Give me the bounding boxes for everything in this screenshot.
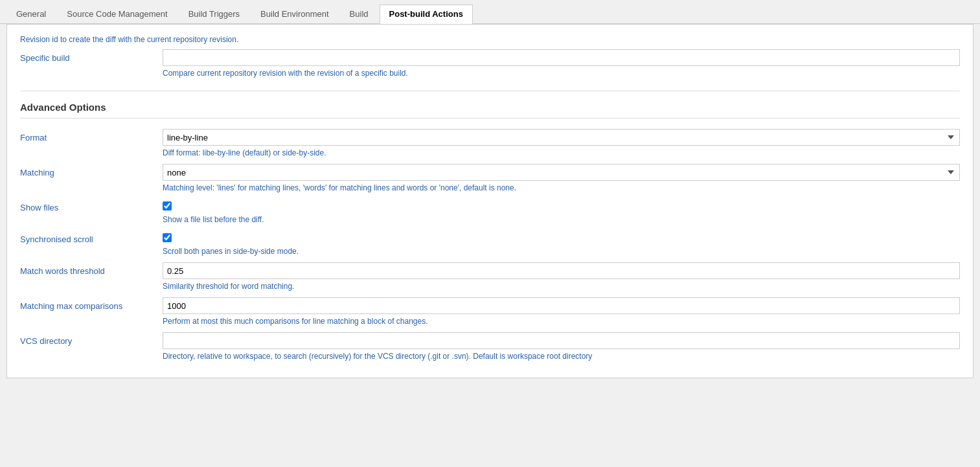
- format-row: Format line-by-line side-by-side Diff fo…: [20, 129, 960, 157]
- matching-max-row: Matching max comparisons Perform at most…: [20, 297, 960, 326]
- matching-select[interactable]: none lines words: [163, 164, 960, 181]
- matching-row: Matching none lines words Matching level…: [20, 164, 960, 192]
- format-label: Format: [20, 129, 163, 142]
- specific-build-hint: Compare current repository revision with…: [163, 69, 960, 78]
- specific-build-field: Compare current repository revision with…: [163, 49, 960, 78]
- match-words-input[interactable]: [163, 262, 960, 279]
- format-hint: Diff format: libe-by-line (default) or s…: [163, 148, 960, 157]
- tab-build-environment[interactable]: Build Environment: [251, 5, 339, 24]
- tab-bar: General Source Code Management Build Tri…: [0, 0, 980, 24]
- matching-field: none lines words Matching level: 'lines'…: [163, 164, 960, 192]
- matching-label: Matching: [20, 164, 163, 177]
- vcs-directory-label: VCS directory: [20, 332, 163, 346]
- show-files-field: Show a file list before the diff.: [163, 199, 960, 224]
- vcs-directory-field: Directory, relative to workspace, to sea…: [163, 332, 960, 361]
- format-field: line-by-line side-by-side Diff format: l…: [163, 129, 960, 157]
- matching-max-hint: Perform at most this much comparisons fo…: [163, 317, 960, 326]
- matching-hint: Matching level: 'lines' for matching lin…: [163, 183, 960, 192]
- match-words-label: Match words threshold: [20, 262, 163, 276]
- divider: [20, 91, 960, 91]
- show-files-label: Show files: [20, 199, 163, 212]
- sync-scroll-hint: Scroll both panes in side-by-side mode.: [163, 247, 960, 256]
- sync-scroll-field: Scroll both panes in side-by-side mode.: [163, 231, 960, 256]
- match-words-row: Match words threshold Similarity thresho…: [20, 262, 960, 291]
- matching-max-label: Matching max comparisons: [20, 297, 163, 311]
- tab-build-triggers[interactable]: Build Triggers: [179, 5, 249, 24]
- show-files-hint: Show a file list before the diff.: [163, 215, 960, 224]
- match-words-hint: Similarity threshold for word matching.: [163, 282, 960, 291]
- content-area: Revision id to create the diff with the …: [6, 24, 974, 378]
- format-select[interactable]: line-by-line side-by-side: [163, 129, 960, 146]
- show-files-row: Show files Show a file list before the d…: [20, 199, 960, 224]
- tab-source-code[interactable]: Source Code Management: [57, 5, 177, 24]
- sync-scroll-row: Synchronised scroll Scroll both panes in…: [20, 231, 960, 256]
- specific-build-row: Specific build Compare current repositor…: [20, 49, 960, 78]
- vcs-directory-row: VCS directory Directory, relative to wor…: [20, 332, 960, 361]
- vcs-directory-hint: Directory, relative to workspace, to sea…: [163, 352, 960, 361]
- matching-max-input[interactable]: [163, 297, 960, 314]
- matching-max-field: Perform at most this much comparisons fo…: [163, 297, 960, 326]
- specific-build-label: Specific build: [20, 49, 163, 63]
- revision-hint: Revision id to create the diff with the …: [20, 35, 960, 44]
- specific-build-input[interactable]: [163, 49, 960, 66]
- vcs-directory-input[interactable]: [163, 332, 960, 349]
- tab-build[interactable]: Build: [340, 5, 378, 24]
- advanced-options-header: Advanced Options: [20, 102, 960, 119]
- sync-scroll-label: Synchronised scroll: [20, 231, 163, 244]
- specific-build-section: Revision id to create the diff with the …: [20, 35, 960, 78]
- tab-general[interactable]: General: [6, 5, 56, 24]
- tab-post-build[interactable]: Post-build Actions: [380, 5, 473, 24]
- match-words-field: Similarity threshold for word matching.: [163, 262, 960, 291]
- show-files-checkbox[interactable]: [163, 201, 172, 211]
- sync-scroll-checkbox[interactable]: [163, 233, 172, 242]
